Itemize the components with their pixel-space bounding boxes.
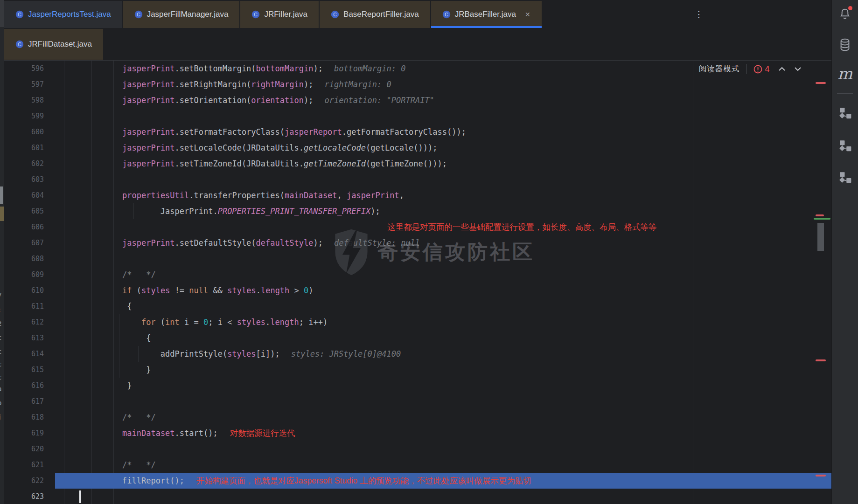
line-number[interactable]: 604 — [4, 191, 52, 200]
code-token: jasperPrint — [122, 143, 175, 152]
line-number[interactable]: 600 — [4, 128, 52, 136]
line-number[interactable]: 606 — [4, 223, 52, 231]
line-number[interactable]: 619 — [4, 429, 52, 437]
code-token: && — [208, 286, 227, 295]
error-stripe-mark[interactable] — [816, 214, 824, 216]
code-token: addPrintStyle( — [160, 349, 227, 359]
line-number[interactable]: 599 — [4, 112, 52, 120]
svg-text:C: C — [254, 12, 258, 17]
line-number[interactable]: 622 — [4, 476, 52, 485]
maven-icon[interactable]: m — [837, 64, 852, 83]
line-number[interactable]: 616 — [4, 381, 52, 390]
code-token: styles — [227, 349, 256, 359]
tab-jrfiller-java[interactable]: CJRFiller.java — [240, 1, 319, 28]
svg-text:C: C — [137, 12, 140, 17]
code-token: /* */ — [122, 413, 156, 422]
line-number[interactable]: 621 — [4, 461, 52, 469]
code-token: [i]); — [256, 349, 280, 359]
code-token: != — [170, 286, 189, 295]
code-token: .setLocaleCode(JRDataUtils. — [175, 143, 304, 152]
code-text: jasperPrint.setOrientation(orientation);… — [122, 96, 434, 105]
next-error-button[interactable] — [794, 67, 802, 71]
line-number[interactable]: 601 — [4, 144, 52, 152]
ide-window: v:2ccccaoj CJasperReportsTest.javaCJaspe… — [0, 0, 858, 504]
code-line-614: 614addPrintStyle(styles[i]);styles: JRSt… — [4, 346, 832, 362]
occluded-text-fragment: o — [0, 399, 4, 407]
code-text: for (int i = 0; i < styles.length; i++) — [141, 318, 328, 327]
code-line-610: 610if (styles != null && styles.length >… — [4, 283, 832, 298]
code-token: .setRightMargin( — [175, 80, 251, 89]
structure-icon[interactable] — [838, 107, 852, 121]
line-number[interactable]: 605 — [4, 207, 52, 215]
line-number[interactable]: 603 — [4, 175, 52, 184]
code-line-612: 612for (int i = 0; i < styles.length; i+… — [4, 314, 832, 330]
editor-scrollbar-thumb[interactable] — [817, 223, 824, 251]
code-token: ( — [156, 318, 165, 327]
tab-close-icon[interactable]: ✕ — [525, 11, 530, 18]
code-token: jasperPrint — [122, 80, 175, 89]
code-token: .start(); — [175, 428, 218, 438]
line-number[interactable]: 596 — [4, 64, 52, 73]
code-token: jasperPrint — [122, 96, 175, 105]
code-text: jasperPrint.setTimeZoneId(JRDataUtils.ge… — [122, 159, 447, 168]
error-stripe-mark[interactable] — [816, 475, 826, 476]
previous-error-button[interactable] — [778, 67, 786, 71]
line-number[interactable]: 610 — [4, 286, 52, 295]
line-number[interactable]: 607 — [4, 239, 52, 247]
code-line-619: 619mainDataset.start();对数据源进行迭代 — [4, 425, 832, 441]
code-text: jasperPrint.setFormatFactoryClass(jasper… — [122, 127, 466, 137]
line-number[interactable]: 620 — [4, 445, 52, 453]
code-token: ); — [304, 80, 313, 89]
tab-basereportfiller-java[interactable]: CBaseReportFiller.java — [320, 1, 430, 28]
class-icon: C — [442, 10, 451, 19]
tab-jasperreportstest-java[interactable]: CJasperReportsTest.java — [4, 1, 122, 28]
line-number[interactable]: 618 — [4, 413, 52, 421]
code-line-623: 623 — [4, 489, 832, 504]
line-number[interactable]: 611 — [4, 302, 52, 311]
code-token: getTimeZoneId — [304, 159, 366, 168]
structure-icon[interactable] — [838, 139, 852, 153]
code-token: i = — [180, 318, 203, 327]
right-tool-sidebar: m — [831, 0, 858, 504]
database-icon[interactable] — [838, 38, 851, 53]
code-token: jasperPrint — [122, 238, 175, 248]
vcs-change-stripe-mark[interactable] — [814, 218, 830, 220]
line-number[interactable]: 614 — [4, 350, 52, 358]
line-number[interactable]: 613 — [4, 334, 52, 342]
line-number[interactable]: 615 — [4, 366, 52, 374]
tab-label: JasperReportsTest.java — [28, 10, 111, 19]
line-number[interactable]: 608 — [4, 255, 52, 263]
error-stripe-mark[interactable] — [816, 359, 826, 361]
line-number[interactable]: 609 — [4, 270, 52, 279]
notifications-bell-icon[interactable] — [838, 7, 851, 23]
reader-mode-widget: 阅读器模式 4 — [699, 60, 802, 78]
code-token: ; i++) — [299, 318, 328, 327]
code-text: { — [146, 333, 151, 343]
left-panel-scrollbar[interactable] — [0, 186, 3, 204]
line-number[interactable]: 623 — [4, 492, 52, 501]
line-number[interactable]: 597 — [4, 80, 52, 89]
code-text: jasperPrint.setLocaleCode(JRDataUtils.ge… — [122, 143, 438, 152]
code-token: jasperPrint — [122, 64, 175, 73]
structure-icon[interactable] — [838, 171, 852, 185]
inspection-widget[interactable]: 4 — [753, 64, 770, 74]
error-stripe-mark[interactable] — [816, 82, 826, 84]
code-token: /* */ — [122, 270, 156, 279]
tab-options-kebab-icon[interactable]: ⋮ — [691, 6, 707, 22]
code-text: JasperPrint.PROPERTIES_PRINT_TRANSFER_PR… — [160, 207, 380, 216]
code-text: addPrintStyle(styles[i]);styles: JRStyle… — [160, 349, 401, 359]
reader-mode-toggle[interactable]: 阅读器模式 — [699, 64, 740, 74]
line-number[interactable]: 617 — [4, 397, 52, 406]
code-text: jasperPrint.setDefaultStyle(defaultStyle… — [122, 238, 420, 248]
tab-jrbasefiller-java[interactable]: CJRBaseFiller.java✕ — [431, 1, 542, 28]
line-number[interactable]: 602 — [4, 159, 52, 168]
tab-jrfilldataset-java[interactable]: CJRFillDataset.java — [4, 29, 103, 60]
line-number[interactable]: 598 — [4, 96, 52, 104]
code-editor[interactable]: 596jasperPrint.setBottomMargin(bottomMar… — [4, 61, 832, 504]
tab-jasperfillmanager-java[interactable]: CJasperFillManager.java — [123, 1, 240, 28]
class-icon: C — [15, 40, 24, 48]
line-number[interactable]: 612 — [4, 318, 52, 326]
code-line-599: 599 — [4, 108, 832, 124]
code-token: styles — [227, 286, 256, 295]
code-line-598: 598jasperPrint.setOrientation(orientatio… — [4, 92, 832, 108]
